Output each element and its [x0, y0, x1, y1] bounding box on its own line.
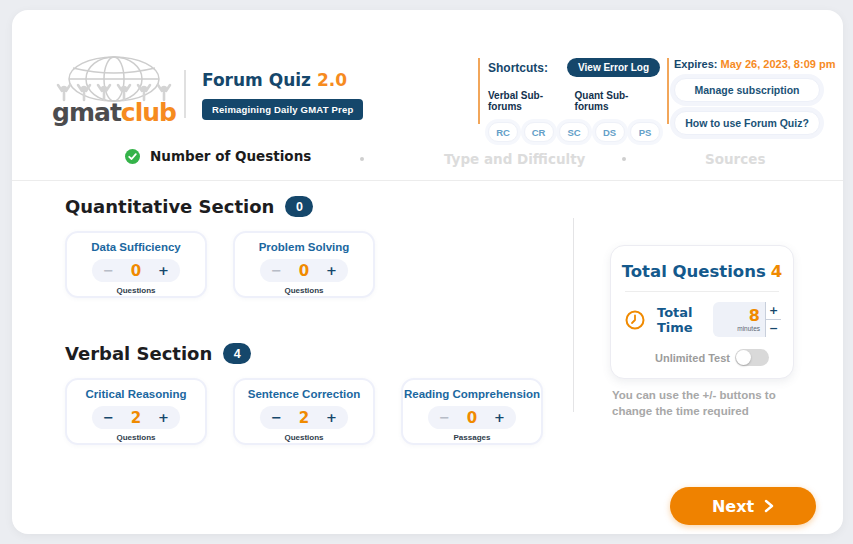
card-problem-solving: Problem Solving − 0 + Questions [233, 231, 375, 298]
card-critical-reasoning: Critical Reasoning − 2 + Questions [65, 378, 207, 445]
question-count-value: 0 [467, 409, 477, 427]
time-value-box: 8 minutes [713, 302, 765, 337]
section-title: Verbal Section [65, 343, 212, 364]
total-questions-card: Total Questions4 Total Time 8 minutes + … [610, 245, 794, 379]
section-count-badge: 4 [223, 343, 251, 364]
step-separator-dot [622, 157, 626, 161]
question-count-value: 2 [299, 409, 309, 427]
card-unit-label: Questions [235, 433, 373, 442]
expires-block: Expires: May 26, 2023, 8:09 pm Manage su… [674, 58, 820, 135]
question-count-value: 0 [299, 262, 309, 280]
expires-label: Expires: [674, 58, 717, 70]
app-title-block: Forum Quiz 2.0 Reimagining Daily GMAT Pr… [202, 70, 363, 120]
globe-people-icon [49, 56, 179, 104]
shortcuts-label: Shortcuts: [488, 61, 548, 75]
step-type-and-difficulty[interactable]: Type and Difficulty [444, 151, 585, 167]
chevron-right-icon [764, 499, 774, 513]
progress-stepper: Number of Questions Type and Difficulty … [12, 148, 843, 170]
step-number-of-questions[interactable]: Number of Questions [125, 148, 311, 164]
manage-subscription-button[interactable]: Manage subscription [674, 78, 820, 102]
question-count-stepper: − 0 + [260, 259, 348, 282]
plus-button[interactable]: + [158, 411, 169, 424]
card-sentence-correction: Sentence Correction − 2 + Questions [233, 378, 375, 445]
next-button-label: Next [712, 497, 754, 516]
section-count-badge: 0 [285, 196, 313, 217]
tagline-badge: Reimagining Daily GMAT Prep [202, 99, 363, 120]
toggle-knob [736, 350, 751, 365]
minus-button[interactable]: − [271, 264, 282, 277]
card-title: Data Sufficiency [67, 241, 205, 253]
question-count-stepper: − 0 + [92, 259, 180, 282]
section-title: Quantitative Section [65, 196, 274, 217]
time-stepper: 8 minutes + − [713, 302, 781, 337]
card-reading-comprehension: Reading Comprehension − 0 + Passages [401, 378, 543, 445]
summary-divider [625, 291, 779, 292]
expires-line: Expires: May 26, 2023, 8:09 pm [674, 58, 820, 70]
card-title: Critical Reasoning [67, 388, 205, 400]
main-panel: gmatclub Forum Quiz 2.0 Reimagining Dail… [12, 10, 843, 534]
step-separator-dot [360, 157, 364, 161]
clock-icon [625, 310, 645, 330]
shortcuts-block: Shortcuts: View Error Log Verbal Sub-for… [488, 58, 660, 142]
card-unit-label: Passages [403, 433, 541, 442]
gmatclub-logo[interactable]: gmatclub [48, 56, 180, 125]
shortcut-pill-rc[interactable]: RC [488, 122, 518, 142]
unlimited-test-toggle[interactable] [735, 349, 769, 366]
shortcut-pill-ps[interactable]: PS [630, 122, 660, 142]
question-count-stepper: − 0 + [428, 406, 516, 429]
card-title: Sentence Correction [235, 388, 373, 400]
question-count-value: 2 [131, 409, 141, 427]
card-unit-label: Questions [67, 286, 205, 295]
step-sources[interactable]: Sources [705, 151, 765, 167]
verbal-section-heading: Verbal Section 4 [65, 343, 251, 364]
page-title: Forum Quiz 2.0 [202, 70, 363, 90]
minus-button[interactable]: − [439, 411, 450, 424]
time-value: 8 [749, 308, 760, 324]
header-rule [12, 180, 843, 181]
quant-subforums-label: Quant Sub-forums [575, 90, 660, 112]
header-divider-left [478, 58, 480, 124]
logo-wordmark: gmatclub [48, 100, 180, 125]
content-vertical-divider [573, 218, 574, 412]
shortcut-pill-sc[interactable]: SC [559, 122, 589, 142]
view-error-log-button[interactable]: View Error Log [567, 58, 660, 77]
plus-button[interactable]: + [158, 264, 169, 277]
card-title: Problem Solving [235, 241, 373, 253]
shortcut-pill-cr[interactable]: CR [524, 122, 554, 142]
unlimited-test-label: Unlimited Test [655, 352, 730, 364]
next-button[interactable]: Next [670, 487, 816, 525]
shortcut-pill-ds[interactable]: DS [595, 122, 625, 142]
question-count-stepper: − 2 + [92, 406, 180, 429]
time-plus-button[interactable]: + [766, 302, 781, 320]
total-time-label: Total Time [657, 305, 713, 335]
card-unit-label: Questions [235, 286, 373, 295]
quantitative-section-heading: Quantitative Section 0 [65, 196, 313, 217]
logo-divider [184, 70, 186, 118]
expires-date: May 26, 2023, 8:09 pm [720, 58, 835, 70]
card-data-sufficiency: Data Sufficiency − 0 + Questions [65, 231, 207, 298]
time-unit-label: minutes [737, 325, 760, 332]
plus-button[interactable]: + [326, 411, 337, 424]
minus-button[interactable]: − [103, 264, 114, 277]
card-unit-label: Questions [67, 433, 205, 442]
verbal-subforums-label: Verbal Sub-forums [488, 90, 575, 112]
total-time-row: Total Time 8 minutes + − [625, 302, 781, 337]
step-label: Number of Questions [150, 148, 311, 164]
unlimited-test-row: Unlimited Test [655, 349, 769, 366]
check-circle-icon [125, 149, 140, 164]
how-to-use-button[interactable]: How to use Forum Quiz? [674, 111, 820, 135]
time-helper-text: You can use the +/- buttons to change th… [612, 388, 794, 419]
card-title: Reading Comprehension [403, 388, 541, 400]
time-minus-button[interactable]: − [766, 320, 781, 337]
version-label: 2.0 [317, 70, 347, 90]
plus-button[interactable]: + [494, 411, 505, 424]
header-divider-right [667, 58, 669, 124]
total-questions-value: 4 [771, 262, 782, 281]
minus-button[interactable]: − [271, 411, 282, 424]
question-count-stepper: − 2 + [260, 406, 348, 429]
plus-button[interactable]: + [326, 264, 337, 277]
question-count-value: 0 [131, 262, 141, 280]
total-questions-title: Total Questions4 [611, 262, 793, 281]
minus-button[interactable]: − [103, 411, 114, 424]
